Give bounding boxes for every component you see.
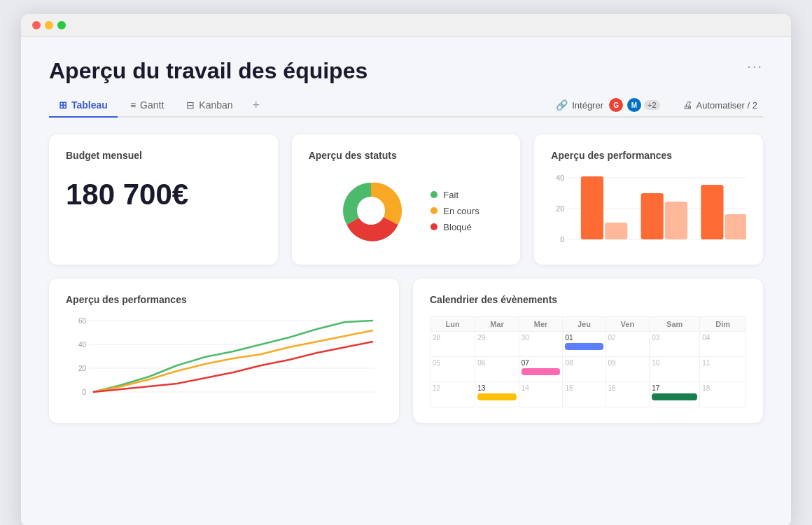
- tab-gantt-label: Gantt: [140, 99, 164, 111]
- integrer-label: Intégrer: [572, 100, 603, 111]
- calendar-card: Calendrier des évènements Lun Mar Mer Je…: [413, 279, 763, 423]
- perf-bar-card-title: Aperçu des performances: [551, 150, 746, 161]
- svg-text:0: 0: [82, 388, 86, 396]
- top-cards-row: Budget mensuel 180 700€ Aperçu des statu…: [49, 134, 763, 265]
- cal-header-ven: Ven: [606, 317, 650, 332]
- more-options-button[interactable]: ···: [747, 58, 763, 74]
- bottom-cards-row: Aperçu des performances 60 40 20 0: [49, 279, 763, 423]
- cal-cell: 11: [700, 357, 746, 382]
- svg-rect-11: [665, 202, 687, 239]
- svg-rect-10: [641, 193, 664, 239]
- perf-bar-card: Aperçu des performances 40 20 0: [534, 134, 763, 265]
- cal-cell: 13: [475, 382, 519, 407]
- legend-fait: Fait: [430, 190, 479, 200]
- automatiser-icon: 🖨: [682, 99, 692, 111]
- fait-label: Fait: [443, 190, 458, 200]
- cal-cell: 01: [563, 332, 606, 357]
- svg-rect-12: [701, 185, 724, 239]
- svg-text:20: 20: [78, 365, 87, 372]
- svg-text:60: 60: [78, 317, 87, 325]
- cal-event-yellow: [477, 393, 517, 400]
- cal-cell: 15: [563, 382, 606, 407]
- status-card-title: Aperçu des statuts: [309, 150, 504, 161]
- cal-cell: 09: [606, 357, 650, 382]
- gantt-icon: ≡: [130, 99, 136, 111]
- svg-text:0: 0: [561, 236, 565, 244]
- cal-header-dim: Dim: [700, 317, 746, 332]
- cal-cell: 06: [475, 357, 519, 382]
- close-dot[interactable]: [32, 21, 41, 29]
- cal-week-1: 28 29 30 01 02 03 04: [430, 332, 746, 357]
- automatiser-button[interactable]: 🖨 Automatiser / 2: [677, 97, 763, 113]
- cal-cell: 12: [430, 382, 475, 407]
- app-content: Aperçu du travail des équipes ··· ⊞ Tabl…: [21, 37, 791, 525]
- cal-event-pink: [522, 368, 561, 375]
- cal-cell: 04: [700, 332, 746, 357]
- cal-event-blue: [565, 343, 603, 350]
- page-title: Aperçu du travail des équipes: [49, 58, 368, 84]
- perf-line-chart: 60 40 20 0: [66, 316, 382, 407]
- cal-week-3: 12 13 14 15 16 17 18: [430, 382, 746, 407]
- tabs-row: ⊞ Tableau ≡ Gantt ⊟ Kanban + 🔗 Intégrer: [49, 94, 763, 118]
- cal-cell: 08: [563, 357, 606, 382]
- cal-header-mar: Mar: [475, 317, 519, 332]
- perf-line-card-title: Aperçu des performances: [66, 294, 382, 305]
- cal-cell: 28: [430, 332, 475, 357]
- tab-gantt[interactable]: ≡ Gantt: [120, 94, 174, 118]
- svg-rect-9: [605, 223, 627, 239]
- add-tab-button[interactable]: +: [246, 95, 267, 115]
- tab-kanban[interactable]: ⊟ Kanban: [176, 94, 242, 118]
- page-header: Aperçu du travail des équipes ···: [49, 58, 763, 94]
- budget-card: Budget mensuel 180 700€: [49, 134, 278, 265]
- svg-text:40: 40: [556, 174, 565, 182]
- en-cours-label: En cours: [443, 206, 479, 216]
- maximize-dot[interactable]: [57, 21, 66, 29]
- status-legend: Fait En cours Bloqué: [430, 190, 479, 232]
- integration-avatars: G M +2: [608, 97, 660, 113]
- budget-amount: 180 700€: [66, 178, 261, 211]
- en-cours-dot: [430, 207, 438, 214]
- integrer-icon: 🔗: [556, 99, 568, 111]
- svg-rect-8: [581, 176, 603, 239]
- tableau-icon: ⊞: [59, 99, 67, 111]
- cal-header-lun: Lun: [430, 317, 475, 332]
- avatar-google: G: [608, 97, 624, 113]
- svg-rect-13: [725, 214, 746, 239]
- cal-cell: 16: [606, 382, 650, 407]
- automatiser-label: Automatiser / 2: [696, 100, 757, 111]
- cal-cell: 18: [700, 382, 746, 407]
- calendar-card-title: Calendrier des évènements: [430, 294, 746, 305]
- cal-cell: 05: [430, 357, 475, 382]
- perf-line-card: Aperçu des performances 60 40 20 0: [49, 279, 399, 423]
- browser-bar: [21, 14, 791, 37]
- tabs-right: 🔗 Intégrer G M +2 🖨 Automatiser / 2: [550, 94, 763, 116]
- cal-header-jeu: Jeu: [563, 317, 606, 332]
- fait-dot: [430, 191, 438, 198]
- tabs-left: ⊞ Tableau ≡ Gantt ⊟ Kanban +: [49, 94, 267, 116]
- cal-header-mer: Mer: [519, 317, 563, 332]
- minimize-dot[interactable]: [45, 21, 53, 29]
- svg-text:40: 40: [78, 341, 87, 349]
- perf-bar-chart: 40 20 0: [551, 172, 746, 249]
- cal-cell: 30: [519, 332, 563, 357]
- legend-bloque: Bloqué: [430, 222, 479, 232]
- integrer-button[interactable]: 🔗 Intégrer G M +2: [550, 94, 665, 116]
- cal-cell: 17: [650, 382, 700, 407]
- budget-card-title: Budget mensuel: [66, 150, 261, 161]
- tab-tableau[interactable]: ⊞ Tableau: [49, 94, 118, 118]
- calendar-grid: Lun Mar Mer Jeu Ven Sam Dim 28: [430, 316, 746, 407]
- bloque-dot: [430, 223, 438, 230]
- browser-window: Aperçu du travail des équipes ··· ⊞ Tabl…: [21, 14, 791, 525]
- cal-cell: 29: [475, 332, 519, 357]
- cal-cell: 14: [519, 382, 563, 407]
- cal-header-sam: Sam: [650, 317, 700, 332]
- avatar-m: M: [626, 97, 643, 113]
- kanban-icon: ⊟: [186, 99, 195, 111]
- cal-cell: 07: [519, 357, 563, 382]
- legend-en-cours: En cours: [430, 206, 479, 216]
- bloque-label: Bloqué: [443, 222, 471, 232]
- status-pie-chart: [332, 172, 410, 249]
- cal-cell: 03: [650, 332, 700, 357]
- cal-cell: 10: [650, 357, 700, 382]
- tab-tableau-label: Tableau: [71, 99, 108, 111]
